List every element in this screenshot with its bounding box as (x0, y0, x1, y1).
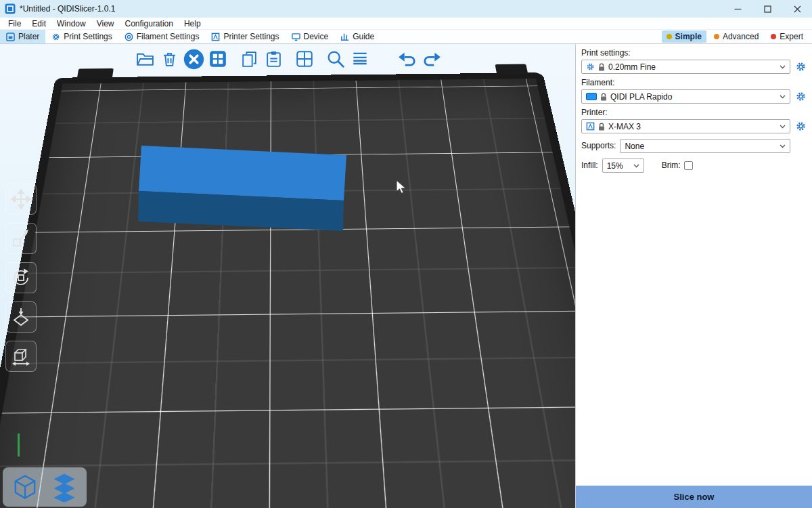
monitor-icon (292, 33, 300, 41)
move-gizmo-button[interactable] (5, 184, 37, 215)
filament-gear-button[interactable] (794, 91, 807, 103)
redo-button[interactable] (420, 47, 444, 71)
mode-label: Expert (780, 32, 803, 41)
guide-icon (340, 33, 349, 41)
menu-help[interactable]: Help (179, 19, 206, 28)
tab-guide[interactable]: Guide (334, 30, 380, 43)
menu-view[interactable]: View (91, 19, 120, 28)
tab-print-settings[interactable]: Print Settings (45, 30, 118, 43)
model-top-face[interactable] (139, 146, 346, 200)
mode-simple[interactable]: Simple (662, 30, 706, 43)
gear-icon (796, 121, 806, 131)
chevron-down-icon (780, 125, 786, 129)
maximize-button[interactable] (752, 0, 782, 18)
tab-device[interactable]: Device (286, 30, 335, 43)
viewport-3d[interactable] (0, 44, 575, 508)
infill-value: 15% (607, 161, 623, 171)
print-settings-combo[interactable]: 0.20mm Fine (581, 60, 790, 74)
chevron-down-icon (633, 164, 639, 168)
brim-checkbox[interactable] (684, 161, 693, 170)
simple-mode-dot-icon (667, 34, 672, 39)
menu-edit[interactable]: Edit (26, 19, 51, 28)
print-settings-label: Print settings: (581, 48, 807, 58)
menu-configuration[interactable]: Configuration (120, 19, 179, 28)
open-folder-button[interactable] (133, 47, 157, 71)
menu-file[interactable]: File (3, 19, 26, 28)
3d-editor-view-button[interactable] (9, 471, 41, 503)
tab-label: Guide (353, 32, 374, 41)
mouse-cursor (396, 179, 408, 196)
chevron-down-icon (780, 65, 786, 69)
copy-button[interactable] (237, 47, 261, 71)
variable-layer-height-button[interactable] (348, 47, 372, 71)
filament-combo[interactable]: QIDI PLA Rapido (581, 89, 790, 104)
mode-switcher: Simple Advanced Expert (662, 30, 812, 43)
gear-icon (586, 62, 595, 71)
gear-icon (796, 62, 806, 72)
lock-icon (600, 93, 607, 101)
search-button[interactable] (323, 47, 348, 71)
printer-gear-button[interactable] (794, 121, 807, 133)
mode-label: Advanced (723, 32, 759, 41)
supports-label: Supports: (581, 141, 616, 150)
printer-value: X-MAX 3 (608, 122, 641, 131)
tab-label: Filament Settings (137, 32, 200, 41)
scale-gizmo-button[interactable] (5, 223, 37, 254)
expert-mode-dot-icon (771, 34, 776, 39)
menu-window[interactable]: Window (51, 19, 91, 28)
app-logo-icon (5, 3, 16, 14)
delete-button[interactable] (157, 47, 181, 71)
printer-combo[interactable]: X-MAX 3 (581, 119, 790, 133)
undo-button[interactable] (395, 47, 420, 71)
supports-value: None (625, 142, 644, 151)
delete-all-button[interactable] (181, 47, 206, 71)
mode-expert[interactable]: Expert (766, 30, 808, 43)
arrange-button[interactable] (206, 47, 230, 71)
chevron-down-icon (780, 144, 786, 148)
infill-label: Infill: (581, 161, 598, 170)
tab-printer-settings[interactable]: Printer Settings (205, 30, 285, 43)
mode-advanced[interactable]: Advanced (709, 30, 763, 43)
mode-label: Simple (675, 32, 702, 41)
brim-label: Brim: (662, 161, 681, 170)
close-button[interactable] (782, 0, 812, 18)
window-controls (723, 0, 812, 18)
rotate-gizmo-button[interactable] (5, 262, 37, 293)
place-on-face-gizmo-button[interactable] (5, 301, 37, 333)
print-settings-value: 0.20mm Fine (608, 62, 656, 72)
chevron-down-icon (780, 95, 786, 99)
print-settings-gear-button[interactable] (794, 61, 807, 73)
tab-filament-settings[interactable]: Filament Settings (118, 30, 206, 43)
filament-label: Filament: (581, 78, 807, 87)
measure-gizmo-button[interactable] (5, 341, 37, 372)
lock-icon (598, 123, 605, 131)
gear-icon (796, 91, 806, 102)
gizmo-toolbar (5, 184, 37, 372)
lock-icon (598, 63, 605, 71)
split-to-objects-button[interactable] (292, 47, 317, 71)
tab-label: Printer Settings (223, 32, 279, 41)
minimize-button[interactable] (723, 0, 752, 18)
advanced-mode-dot-icon (714, 34, 719, 39)
window-title: *Untitled - QIDISlicer-1.0.1 (20, 4, 115, 14)
viewport-toolbar (133, 47, 444, 71)
supports-combo[interactable]: None (620, 139, 790, 153)
tab-label: Plater (18, 32, 39, 41)
paste-button[interactable] (261, 47, 286, 71)
gear-icon (51, 33, 60, 41)
z-axis-indicator (18, 433, 20, 457)
model-object[interactable] (0, 44, 575, 508)
infill-combo[interactable]: 15% (602, 158, 644, 173)
tab-plater[interactable]: Plater (0, 30, 45, 43)
filament-color-swatch (586, 93, 597, 100)
slice-now-button[interactable]: Slice now (576, 486, 812, 508)
tabbar: Plater Print Settings Filament Settings … (0, 30, 812, 44)
filament-value: QIDI PLA Rapido (610, 92, 672, 102)
tab-label: Device (304, 32, 329, 41)
tab-label: Print Settings (64, 32, 112, 41)
filament-spool-icon (125, 33, 133, 41)
printer-icon (586, 122, 595, 131)
view-toolbar (3, 467, 87, 507)
preview-layers-button[interactable] (48, 471, 81, 503)
settings-sidebar: Print settings: 0.20mm Fine Filament: QI… (575, 44, 812, 508)
